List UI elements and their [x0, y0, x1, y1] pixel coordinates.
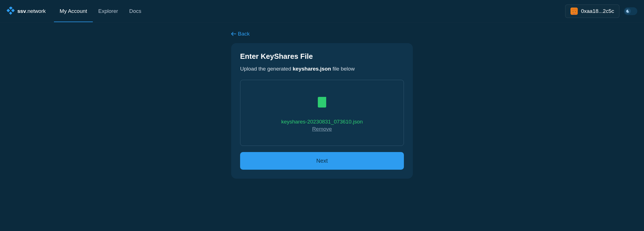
- header: ssv.network My Account Explorer Docs: [0, 0, 644, 22]
- card-description: Upload the generated keyshares.json file…: [240, 66, 404, 72]
- ssv-logo-icon: [7, 7, 15, 16]
- file-icon: [318, 97, 326, 108]
- logo-text: ssv.network: [17, 8, 46, 14]
- nav-label: My Account: [60, 8, 87, 14]
- svg-rect-2: [11, 9, 15, 12]
- svg-marker-6: [573, 13, 575, 14]
- theme-toggle[interactable]: [624, 7, 637, 15]
- remove-file-link[interactable]: Remove: [312, 126, 332, 132]
- next-button[interactable]: Next: [240, 152, 404, 170]
- header-right: 0xaa18...2c5c: [565, 4, 637, 18]
- keyshares-card: Enter KeyShares File Upload the generate…: [231, 43, 413, 179]
- svg-marker-5: [572, 11, 577, 13]
- next-button-label: Next: [316, 158, 328, 164]
- nav-explorer[interactable]: Explorer: [93, 0, 124, 22]
- nav: My Account Explorer Docs: [54, 0, 147, 22]
- svg-marker-4: [571, 8, 577, 11]
- arrow-left-icon: [231, 32, 236, 36]
- nav-my-account[interactable]: My Account: [54, 0, 93, 22]
- card-title: Enter KeyShares File: [240, 52, 404, 61]
- uploaded-file-name: keyshares-20230831_073610.json: [281, 119, 363, 125]
- svg-rect-3: [9, 11, 12, 15]
- moon-icon: [626, 10, 629, 13]
- metamask-icon: [570, 8, 578, 15]
- logo[interactable]: ssv.network: [7, 7, 46, 16]
- content: Back Enter KeyShares File Upload the gen…: [231, 31, 413, 179]
- nav-label: Explorer: [98, 8, 118, 14]
- svg-point-8: [575, 11, 576, 12]
- back-link[interactable]: Back: [231, 31, 413, 37]
- svg-point-7: [572, 11, 573, 12]
- header-left: ssv.network My Account Explorer Docs: [7, 0, 147, 22]
- main: Back Enter KeyShares File Upload the gen…: [0, 22, 644, 179]
- svg-rect-1: [7, 9, 10, 12]
- nav-label: Docs: [129, 8, 141, 14]
- svg-rect-0: [9, 7, 13, 10]
- nav-docs[interactable]: Docs: [124, 0, 147, 22]
- wallet-address: 0xaa18...2c5c: [581, 8, 614, 14]
- file-dropzone[interactable]: keyshares-20230831_073610.json Remove: [240, 80, 404, 146]
- wallet-button[interactable]: 0xaa18...2c5c: [565, 4, 619, 18]
- theme-knob: [625, 8, 631, 14]
- back-label: Back: [238, 31, 250, 37]
